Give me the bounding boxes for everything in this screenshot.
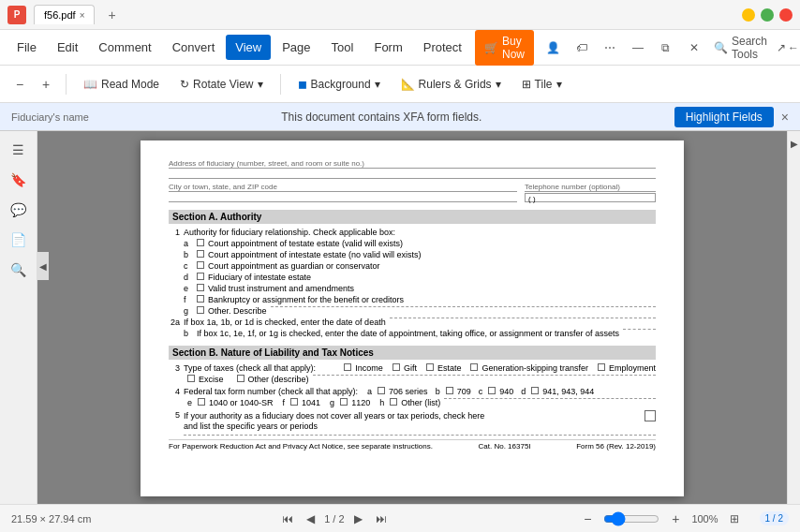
cb-1120[interactable] [340,398,348,406]
cb-row5[interactable] [644,410,656,421]
close-btn[interactable] [779,8,793,22]
row-num-3: 3 [169,363,180,373]
rotate-view-btn[interactable]: ↻ Rotate View ▾ [172,73,270,96]
other-form-line [444,398,656,399]
new-tab-btn[interactable]: + [102,6,121,24]
page-navigation: ⏮ ◀ 1 / 2 ▶ ⏭ [279,510,389,527]
tile-btn[interactable]: ⊞ Tile ▾ [514,73,570,96]
letter-d: d [184,273,193,282]
section-b-row-3: 3 Type of taxes (check all that apply): … [169,363,656,384]
profile-icon[interactable]: 👤 [543,37,564,58]
menu-comment[interactable]: Comment [89,35,160,60]
right-panel-collapse[interactable]: ▶ [791,139,798,149]
next-page-btn[interactable]: ▶ [350,510,367,527]
menu-dots[interactable]: ⋯ [600,37,620,58]
cb-excise[interactable] [187,375,195,382]
file-tab[interactable]: f56.pdf × [34,5,95,24]
cb-1041[interactable] [290,398,298,406]
checkbox-1g[interactable] [197,306,204,314]
background-label: Background [311,78,371,91]
checkbox-1e[interactable] [197,284,204,291]
cb-employment[interactable] [598,363,605,371]
checkbox-1b[interactable] [197,250,204,258]
menu-form[interactable]: Form [364,35,411,60]
section-a-row-d: d Fiduciary of intestate estate [169,273,656,282]
notification-close-btn[interactable]: × [781,110,789,125]
last-page-btn[interactable]: ⏭ [373,510,390,527]
badge-icon[interactable]: 🏷 [571,37,592,58]
section-a-row-2b: b If box 1c, 1e, 1f, or 1g is checked, e… [169,329,656,338]
sidebar-thumbnails-icon[interactable]: ☰ [7,139,30,161]
search-icon: 🔍 [714,41,728,54]
letter-e: e [184,284,193,293]
cb-other-form[interactable] [390,398,397,406]
sidebar-pages-icon[interactable]: 📄 [7,229,30,251]
page-fit-btn[interactable]: ⊞ [724,509,745,529]
section-a-row-g: g Other. Describe [169,306,656,316]
minimize-btn[interactable] [742,8,755,22]
sidebar-bookmarks-icon[interactable]: 🔖 [7,169,30,191]
zoom-out-toolbar[interactable]: − [9,74,30,95]
first-page-btn[interactable]: ⏮ [279,510,296,527]
menu-protect[interactable]: Protect [414,35,471,60]
section-b-row-4: 4 Federal tax form number (check all tha… [169,387,656,407]
cb-1040[interactable] [198,398,205,406]
cb-706[interactable] [378,387,385,394]
zoom-in-status[interactable]: + [665,509,686,529]
zoom-out-status[interactable]: − [577,509,598,529]
checkbox-1f[interactable] [197,295,204,303]
sidebar-search-icon[interactable]: 🔍 [7,259,30,281]
date-death-line [390,318,656,318]
cb-generation[interactable] [470,363,478,371]
form-706-label: 706 series [389,387,428,396]
window-close-menu[interactable]: ✕ [684,37,704,58]
search-tools-btn[interactable]: 🔍 Search Tools [706,31,775,65]
back-btn[interactable]: ← [788,37,799,58]
menu-page[interactable]: Page [273,35,319,60]
zoom-in-toolbar[interactable]: + [36,74,56,95]
window-minimize-menu[interactable]: — [628,37,648,58]
menu-tool[interactable]: Tool [322,35,363,60]
tab-close-btn[interactable]: × [80,10,85,21]
menu-file[interactable]: File [7,35,46,60]
cb-other-tax[interactable] [237,375,244,382]
section-a-row-b: b Court appointment of intestate estate … [169,250,656,259]
section-b-row-5: 5 If your authority as a fiduciary does … [169,410,656,436]
maximize-btn[interactable] [761,8,774,22]
checkbox-1c[interactable] [197,261,204,269]
sidebar-comments-icon[interactable]: 💬 [7,199,30,221]
section-a-row-e: e Valid trust instrument and amendments [169,284,656,293]
cb-income[interactable] [344,363,351,371]
menu-view[interactable]: View [226,35,271,60]
city-label: City or town, state, and ZIP code [169,183,517,192]
cb-940[interactable] [488,387,496,394]
read-mode-label: Read Mode [101,78,159,91]
rulers-grids-btn[interactable]: 📐 Rulers & Grids ▾ [393,73,509,96]
prev-page-btn[interactable]: ◀ [302,510,319,527]
rulers-label: Rulers & Grids [419,78,492,91]
checkbox-1d[interactable] [197,273,204,280]
buy-now-button[interactable]: 🛒 Buy Now [475,30,534,66]
form-1041-label: 1041 [302,398,320,407]
form-c-label: c [479,387,483,396]
address-row: Address of fiduciary (number, street, an… [169,159,656,179]
toolbar-divider-2 [280,74,281,95]
left-panel-collapse[interactable]: ◀ [37,252,49,280]
letter-2b: b [184,329,193,338]
read-mode-btn[interactable]: 📖 Read Mode [76,73,167,96]
window-restore-menu[interactable]: ⧉ [656,37,676,58]
share-btn[interactable]: ↗ [777,37,786,58]
cb-941[interactable] [531,387,539,394]
row-1-text: Authority for fiduciary relationship. Ch… [184,228,395,237]
highlight-fields-btn[interactable]: Highlight Fields [674,107,774,127]
cb-709[interactable] [446,387,453,394]
menu-convert[interactable]: Convert [163,35,225,60]
checkbox-1a[interactable] [197,239,204,246]
zoom-controls: − + 100% ⊞ [577,509,744,529]
form-b-label: b [436,387,440,396]
background-btn[interactable]: ◼ Background ▾ [290,73,388,96]
cb-gift[interactable] [393,363,400,371]
cb-estate[interactable] [426,363,434,371]
zoom-slider[interactable] [603,511,659,526]
menu-edit[interactable]: Edit [48,35,87,60]
